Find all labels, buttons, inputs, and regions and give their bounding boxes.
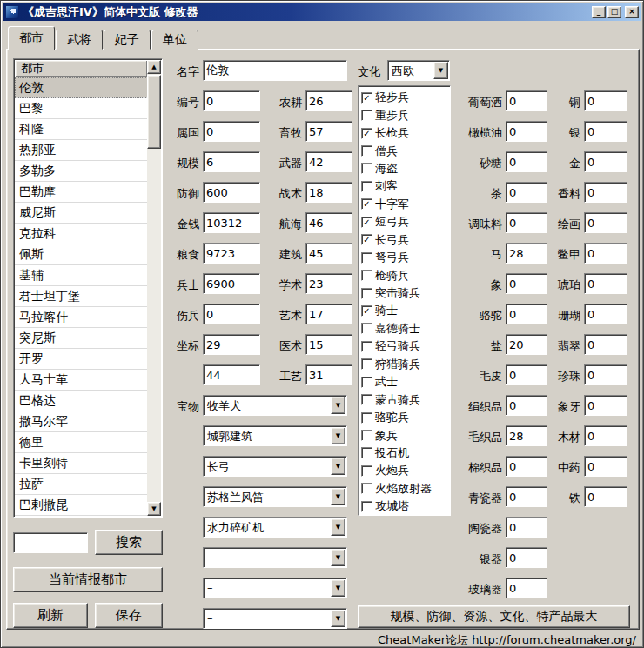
list-item[interactable]: 多勒多 <box>15 161 148 182</box>
list-item[interactable]: 威尼斯 <box>15 203 148 224</box>
field-input[interactable] <box>305 304 352 324</box>
treasure-select[interactable]: –▼ <box>203 608 347 629</box>
chevron-down-icon[interactable]: ▼ <box>331 579 345 597</box>
field-input[interactable] <box>203 273 260 294</box>
treasure-select[interactable]: –▼ <box>203 578 347 598</box>
checkbox-icon[interactable] <box>361 412 372 424</box>
treasure-select[interactable]: 牧羊犬▼ <box>203 395 347 416</box>
field-input[interactable] <box>506 517 547 538</box>
field-input[interactable] <box>203 151 260 172</box>
unit-checkbox-item[interactable]: 蒙古骑兵 <box>361 391 449 408</box>
unit-checkbox-item[interactable]: 火焰放射器 <box>361 480 449 498</box>
field-input[interactable] <box>305 151 352 172</box>
tab-generals[interactable]: 武将 <box>56 30 103 50</box>
checkbox-icon[interactable] <box>361 430 372 441</box>
treasure-select[interactable]: –▼ <box>203 547 347 568</box>
field-input[interactable] <box>584 121 627 142</box>
treasure-select[interactable]: 长弓▼ <box>203 456 347 477</box>
chevron-down-icon[interactable]: ▼ <box>331 458 345 475</box>
checkbox-icon[interactable] <box>361 394 372 405</box>
list-item[interactable]: 巴剌撒昆 <box>15 495 148 516</box>
unit-checkbox-item[interactable]: ✓轻步兵 <box>361 89 449 106</box>
list-item[interactable]: 佩斯 <box>15 244 148 265</box>
unit-checkbox-item[interactable]: 突击骑兵 <box>361 284 449 302</box>
checkbox-icon[interactable] <box>361 270 372 281</box>
list-item[interactable]: 巴勒摩 <box>15 182 148 203</box>
chevron-down-icon[interactable]: ▼ <box>331 610 345 627</box>
field-input[interactable] <box>203 182 260 203</box>
unit-checkbox-item[interactable]: ✓长枪兵 <box>361 124 449 142</box>
list-item[interactable]: 伦敦 <box>15 77 148 98</box>
unit-checkbox-item[interactable]: 嘉德骑士 <box>361 320 449 337</box>
field-input[interactable] <box>584 334 627 355</box>
checkbox-icon[interactable]: ✓ <box>361 128 372 139</box>
checkbox-icon[interactable] <box>361 181 372 192</box>
checkbox-icon[interactable] <box>361 447 372 458</box>
unit-checkbox-item[interactable]: ✓长弓兵 <box>361 231 449 249</box>
list-item[interactable]: 开罗 <box>15 349 148 370</box>
checkbox-icon[interactable]: ✓ <box>361 305 372 317</box>
chevron-down-icon[interactable]: ▼ <box>433 62 448 79</box>
tab-concubines[interactable]: 妃子 <box>104 30 151 50</box>
unit-checkbox-item[interactable]: 重步兵 <box>361 106 449 124</box>
unit-checkbox-item[interactable]: ✓十字军 <box>361 196 449 213</box>
treasure-select[interactable]: 城郭建筑▼ <box>203 425 347 446</box>
unit-checkbox-item[interactable]: ✓骑士 <box>361 302 449 319</box>
checkbox-icon[interactable] <box>361 465 372 477</box>
field-input[interactable] <box>506 547 547 568</box>
checkbox-icon[interactable] <box>361 358 372 370</box>
field-input[interactable] <box>305 182 352 203</box>
list-item[interactable]: 君士坦丁堡 <box>15 286 148 307</box>
field-input[interactable] <box>203 334 260 355</box>
field-input[interactable] <box>305 273 352 294</box>
unit-checkbox-item[interactable]: 狩猎骑兵 <box>361 356 449 373</box>
scrollbar-down-button[interactable]: ▼ <box>147 502 161 516</box>
field-input[interactable] <box>305 334 352 355</box>
field-input[interactable] <box>584 364 627 385</box>
checkbox-icon[interactable]: ✓ <box>361 234 372 245</box>
list-item[interactable]: 大马士革 <box>15 370 148 391</box>
checkbox-icon[interactable] <box>361 341 372 352</box>
chevron-down-icon[interactable]: ▼ <box>331 549 345 566</box>
field-input[interactable] <box>584 486 627 507</box>
list-item[interactable]: 撒马尔罕 <box>15 411 148 432</box>
field-input[interactable] <box>584 456 627 477</box>
tab-units[interactable]: 单位 <box>151 30 198 50</box>
unit-checkbox-item[interactable]: 轻弓骑兵 <box>361 337 449 355</box>
list-item[interactable]: 热那亚 <box>15 140 148 161</box>
field-input[interactable] <box>305 212 352 233</box>
chevron-down-icon[interactable]: ▼ <box>331 518 345 536</box>
field-input[interactable] <box>584 273 627 294</box>
unit-checkbox-item[interactable]: 海盗 <box>361 160 449 177</box>
refresh-button[interactable]: 刷新 <box>13 603 88 628</box>
field-input[interactable] <box>584 151 627 172</box>
field-input[interactable] <box>203 243 260 264</box>
search-input[interactable] <box>13 532 88 553</box>
checkbox-icon[interactable] <box>361 288 372 299</box>
checkbox-icon[interactable] <box>361 110 372 121</box>
save-button[interactable]: 保存 <box>95 603 163 628</box>
field-input[interactable] <box>203 304 260 324</box>
treasure-select[interactable]: 水力碎矿机▼ <box>203 517 347 538</box>
unit-checkbox-item[interactable]: 武士 <box>361 373 449 391</box>
culture-select[interactable]: 西欧 ▼ <box>387 60 450 81</box>
maximize-stats-button[interactable]: 规模、防御、资源、文化、特产品最大 <box>358 605 630 628</box>
checkbox-icon[interactable] <box>361 501 372 512</box>
tab-cities[interactable]: 都市 <box>8 26 55 50</box>
list-item[interactable]: 拉萨 <box>15 474 148 495</box>
list-item[interactable]: 巴黎 <box>15 98 148 119</box>
list-item[interactable]: 克拉科 <box>15 224 148 244</box>
field-input[interactable] <box>305 243 352 264</box>
chevron-down-icon[interactable]: ▼ <box>331 427 345 444</box>
checkbox-icon[interactable] <box>361 252 372 264</box>
chevron-down-icon[interactable]: ▼ <box>331 397 345 414</box>
field-input[interactable] <box>305 364 352 385</box>
chevron-down-icon[interactable]: ▼ <box>331 488 345 505</box>
field-input[interactable] <box>506 578 547 598</box>
field-input[interactable] <box>584 395 627 416</box>
checkbox-icon[interactable]: ✓ <box>361 198 372 210</box>
city-list-header[interactable]: 都市 <box>15 60 148 77</box>
list-item[interactable]: 突尼斯 <box>15 328 148 349</box>
field-input[interactable] <box>584 243 627 264</box>
field-input[interactable] <box>305 121 352 142</box>
